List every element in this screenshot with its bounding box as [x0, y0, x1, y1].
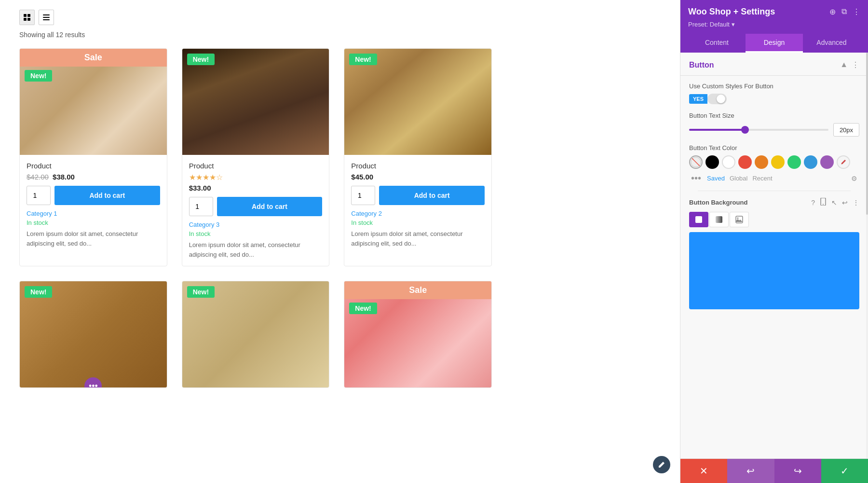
global-link[interactable]: Global	[730, 175, 748, 182]
new-badge: New!	[187, 286, 215, 298]
svg-point-14	[737, 218, 739, 219]
product-image-wrap: New!	[182, 49, 329, 155]
undo-button[interactable]: ↩	[727, 459, 774, 483]
svg-rect-12	[716, 216, 722, 223]
more-icon[interactable]: ⋮	[853, 7, 860, 16]
category-link[interactable]: Category 1	[27, 210, 160, 217]
color-white[interactable]	[722, 155, 735, 169]
product-title: Product	[189, 162, 323, 170]
color-custom[interactable]	[689, 155, 703, 169]
help-icon[interactable]: ?	[811, 199, 815, 207]
collapse-icon[interactable]: ▲	[840, 60, 848, 69]
right-panel: Woo Shop + Settings ⊕ ⧉ ⋮ Preset: Defaul…	[680, 0, 868, 483]
panel-preset[interactable]: Preset: Default ▾	[688, 21, 860, 28]
svg-rect-5	[43, 17, 50, 18]
add-to-cart-button[interactable]: Add to cart	[54, 186, 160, 205]
category-link[interactable]: Category 2	[351, 210, 485, 217]
product-desc: Lorem ipsum dolor sit amet, consectetur …	[351, 229, 485, 248]
list-view-button[interactable]	[39, 10, 54, 25]
target-icon[interactable]: ⊕	[829, 7, 836, 16]
mobile-icon[interactable]	[820, 198, 827, 207]
quantity-input[interactable]	[351, 186, 375, 205]
sale-banner: Sale	[20, 49, 167, 67]
floating-edit-button[interactable]	[653, 456, 670, 473]
product-image-wrap: New!	[182, 281, 329, 387]
bg-preview[interactable]	[689, 232, 859, 309]
tab-design[interactable]: Design	[746, 34, 803, 53]
quantity-input[interactable]	[189, 197, 213, 216]
new-badge: New!	[25, 286, 52, 298]
color-green[interactable]	[787, 155, 801, 169]
more-vert-icon[interactable]: ⋮	[853, 199, 859, 207]
redo-button[interactable]: ↪	[774, 459, 821, 483]
slider-thumb[interactable]	[741, 126, 749, 134]
color-meta-row: ••• Saved Global Recent ⚙	[689, 173, 859, 184]
color-purple[interactable]	[820, 155, 834, 169]
section-more-icon[interactable]: ⋮	[852, 60, 859, 69]
confirm-button[interactable]: ✓	[821, 459, 868, 483]
quantity-input[interactable]	[27, 186, 51, 205]
tab-content[interactable]: Content	[688, 34, 746, 53]
product-price: $42.00 $38.00	[27, 173, 160, 181]
panel-header-icons: ⊕ ⧉ ⋮	[829, 7, 860, 16]
image-icon	[735, 216, 743, 223]
slider-fill	[689, 129, 745, 131]
color-orange[interactable]	[755, 155, 768, 169]
custom-color-icon	[690, 156, 702, 168]
color-row	[689, 155, 859, 169]
scrollbar-track	[866, 53, 868, 458]
product-price: $33.00	[189, 184, 323, 192]
product-body: Product ★★★★☆ $33.00 Add to cart Categor…	[182, 155, 329, 266]
product-card: New! •••	[19, 281, 167, 388]
toggle-row: YES	[689, 94, 859, 104]
add-to-cart-button[interactable]: Add to cart	[379, 186, 485, 205]
product-card: New! Product $45.00 Add to cart Category…	[344, 48, 492, 266]
panel-body: Button ▲ ⋮ Use Custom Styles For Button …	[680, 53, 868, 458]
cancel-button[interactable]: ✕	[680, 459, 727, 483]
panel-header-top: Woo Shop + Settings ⊕ ⧉ ⋮	[688, 7, 860, 17]
text-size-setting: Button Text Size 20px	[689, 112, 859, 137]
recent-link[interactable]: Recent	[752, 175, 772, 182]
section-title: Button	[689, 61, 714, 69]
edit-pencil-icon	[840, 159, 847, 166]
layout-icon[interactable]: ⧉	[841, 7, 847, 16]
color-red[interactable]	[738, 155, 752, 169]
undo-icon[interactable]: ↩	[842, 199, 848, 207]
grid-view-button[interactable]	[19, 10, 35, 25]
results-count: Showing all 12 results	[19, 31, 661, 39]
color-yellow[interactable]	[771, 155, 785, 169]
svg-rect-2	[24, 18, 27, 21]
svg-rect-0	[24, 14, 27, 17]
color-meta-links: Saved Global Recent	[707, 175, 773, 182]
saved-link[interactable]: Saved	[707, 175, 725, 182]
add-to-cart-row: Add to cart	[27, 186, 160, 205]
add-to-cart-button[interactable]: Add to cart	[217, 197, 323, 216]
slider-value[interactable]: 20px	[833, 123, 859, 137]
section-header: Button ▲ ⋮	[680, 53, 868, 76]
scrollbar-thumb[interactable]	[866, 53, 868, 215]
main-content: Showing all 12 results Sale New! Product…	[0, 0, 680, 483]
slider-row: 20px	[689, 123, 859, 137]
tab-advanced[interactable]: Advanced	[803, 34, 860, 53]
color-edit-icon[interactable]	[837, 155, 850, 169]
color-settings-icon[interactable]: ⚙	[851, 175, 857, 182]
color-more-button[interactable]: •••	[691, 173, 701, 184]
product-desc: Lorem ipsum dolor sit amet, consectetur …	[27, 229, 160, 248]
bg-section-header: Button Background ? ↖ ↩ ⋮	[689, 198, 859, 207]
toggle-yes-label: YES	[689, 94, 707, 104]
toggle-switch[interactable]	[707, 94, 727, 104]
new-badge: New!	[349, 54, 377, 65]
cursor-icon[interactable]: ↖	[831, 199, 837, 207]
bg-tab-gradient[interactable]	[709, 212, 729, 227]
product-image-wrap: New! •••	[20, 281, 167, 387]
product-image-wrap: Sale New!	[20, 49, 167, 155]
svg-rect-11	[695, 216, 702, 223]
bg-tab-image[interactable]	[730, 212, 749, 227]
product-image-wrap: New!	[344, 49, 491, 155]
product-rating: ★★★★☆	[189, 173, 323, 182]
color-black[interactable]	[705, 155, 719, 169]
slider-track[interactable]	[689, 129, 828, 131]
category-link[interactable]: Category 3	[189, 221, 323, 228]
color-blue[interactable]	[804, 155, 817, 169]
bg-tab-solid[interactable]	[689, 212, 708, 227]
